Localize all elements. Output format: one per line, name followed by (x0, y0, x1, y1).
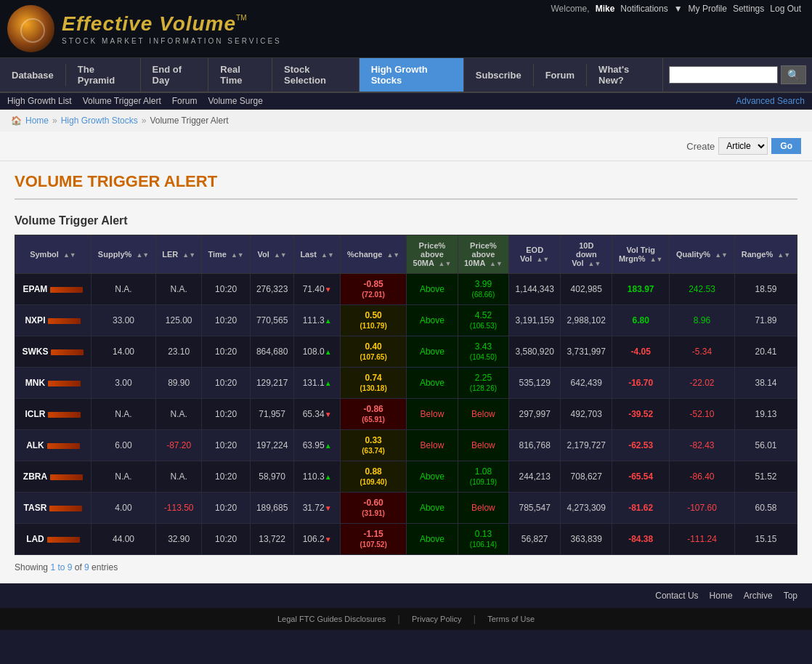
sub-nav: High Growth List Volume Trigger Alert Fo… (0, 93, 812, 110)
header: Effective Volume TM STOCK MARKET INFORMA… (0, 0, 812, 58)
logout-link[interactable]: Log Out (770, 4, 801, 14)
footer-privacy[interactable]: Privacy Policy (412, 615, 461, 623)
th-vol[interactable]: Vol ▲▼ (250, 235, 293, 274)
subnav-high-growth-list[interactable]: High Growth List (7, 96, 72, 106)
table-container: Symbol ▲▼ Supply% ▲▼ LER ▲▼ Time ▲▼ Vol … (15, 235, 797, 555)
table-row: MNK3.0089.9010:20129,217131.1▲0.74(130.1… (15, 368, 797, 399)
nav-real-time[interactable]: Real Time (208, 58, 272, 92)
th-supply[interactable]: Supply% ▲▼ (91, 235, 155, 274)
th-pchange[interactable]: %change ▲▼ (341, 235, 407, 274)
th-eodvol[interactable]: EODVol ▲▼ (509, 235, 561, 274)
footer-main: Contact Us Home Archive Top (0, 583, 812, 608)
search-input[interactable] (669, 66, 778, 84)
data-table: Symbol ▲▼ Supply% ▲▼ LER ▲▼ Time ▲▼ Vol … (15, 235, 797, 555)
table-row: LAD44.0032.9010:2013,722106.2▼-1.15(107.… (15, 524, 797, 555)
breadcrumb-sep1: » (52, 116, 57, 126)
footer-sep2: | (474, 614, 476, 624)
footer-sep1: | (397, 614, 399, 624)
search-button[interactable]: 🔍 (781, 65, 806, 84)
nav-subscribe[interactable]: Subscribe (464, 64, 534, 86)
table-row: TASR4.00-113.5010:20189,68531.72▼-0.60(3… (15, 493, 797, 524)
footer-links: Legal FTC Guides Disclosures | Privacy P… (0, 608, 812, 630)
footer-legal[interactable]: Legal FTC Guides Disclosures (277, 615, 386, 623)
subnav-forum[interactable]: Forum (172, 96, 198, 106)
th-tendown[interactable]: 10DdownVol ▲▼ (561, 235, 612, 274)
th-price50ma[interactable]: Price%above50MA ▲▼ (407, 235, 458, 274)
th-quality[interactable]: Quality% ▲▼ (670, 235, 735, 274)
breadcrumb-sep2: » (142, 116, 147, 126)
th-symbol[interactable]: Symbol ▲▼ (15, 235, 92, 274)
footer-archive[interactable]: Archive (744, 591, 773, 601)
logo-text: Effective Volume TM STOCK MARKET INFORMA… (62, 12, 282, 45)
advanced-search-link[interactable]: Advanced Search (736, 96, 805, 106)
entries-total: 9 (84, 562, 89, 572)
th-voltrig[interactable]: Vol TrigMrgn% ▲▼ (612, 235, 670, 274)
table-row: SWKS14.0023.1010:20864,680108.0▲0.40(107… (15, 336, 797, 368)
breadcrumb-section[interactable]: High Growth Stocks (61, 116, 138, 126)
subnav-volume-trigger-alert[interactable]: Volume Trigger Alert (83, 96, 161, 106)
page-title: VOLUME TRIGGER ALERT (15, 172, 797, 200)
nav-pyramid[interactable]: The Pyramid (66, 58, 141, 92)
th-last[interactable]: Last ▲▼ (294, 235, 341, 274)
th-price10ma[interactable]: Price%above10MA ▲▼ (458, 235, 508, 274)
entries-range: 1 to 9 (50, 562, 72, 572)
user-name: Mike (596, 4, 615, 14)
subnav-volume-surge[interactable]: Volume Surge (208, 96, 262, 106)
table-body: EPAMN.A.N.A.10:20276,32371.40▼-0.85(72.0… (15, 274, 797, 555)
th-ler[interactable]: LER ▲▼ (156, 235, 202, 274)
logo-sub: STOCK MARKET INFORMATION SERVICES (62, 37, 282, 45)
breadcrumb: 🏠 Home » High Growth Stocks » Volume Tri… (0, 110, 812, 131)
table-row: NXPI33.00125.0010:20770,565111.3▲0.50(11… (15, 305, 797, 336)
nav-high-growth-stocks[interactable]: High Growth Stocks (360, 58, 464, 92)
entries-info: Showing 1 to 9 of 9 entries (15, 562, 797, 572)
breadcrumb-current: Volume Trigger Alert (150, 116, 228, 126)
create-go-button[interactable]: Go (771, 138, 801, 154)
nav-whats-new[interactable]: What's New? (587, 58, 663, 92)
nav-end-of-day[interactable]: End of Day (141, 58, 209, 92)
logo-main: Effective Volume (62, 12, 236, 36)
notifications-link[interactable]: Notifications (620, 4, 667, 14)
logo-tm: TM (236, 14, 246, 22)
nav-forum[interactable]: Forum (534, 64, 587, 86)
footer-contact[interactable]: Contact Us (655, 591, 698, 601)
home-icon: 🏠 (11, 116, 22, 126)
settings-link[interactable]: Settings (733, 4, 764, 14)
table-row: EPAMN.A.N.A.10:20276,32371.40▼-0.85(72.0… (15, 274, 797, 305)
main-nav: Database The Pyramid End of Day Real Tim… (0, 58, 812, 93)
nav-database[interactable]: Database (0, 64, 66, 86)
logo-image (7, 5, 54, 52)
sub-nav-links: High Growth List Volume Trigger Alert Fo… (7, 96, 263, 106)
table-header-row: Symbol ▲▼ Supply% ▲▼ LER ▲▼ Time ▲▼ Vol … (15, 235, 797, 274)
footer-home[interactable]: Home (710, 591, 733, 601)
create-bar: Create Article Go (0, 131, 812, 161)
table-row: ZBRAN.A.N.A.10:2058,970110.3▲0.88(109.40… (15, 461, 797, 493)
table-row: ICLRN.A.N.A.10:2071,95765.34▼-0.86(65.91… (15, 399, 797, 430)
content: VOLUME TRIGGER ALERT Volume Trigger Aler… (0, 161, 812, 583)
welcome-text: Welcome, (551, 4, 590, 14)
profile-link[interactable]: My Profile (689, 4, 727, 14)
nav-search-area: 🔍 (663, 62, 812, 87)
section-title: Volume Trigger Alert (15, 214, 797, 227)
notifications-arrow: ▼ (674, 4, 683, 14)
logo-area: Effective Volume TM STOCK MARKET INFORMA… (0, 5, 282, 52)
footer-terms[interactable]: Terms of Use (487, 615, 535, 623)
footer-top[interactable]: Top (784, 591, 797, 601)
nav-stock-selection[interactable]: Stock Selection (272, 58, 360, 92)
table-row: ALK6.00-87.2010:20197,22463.95▲0.33(63.7… (15, 430, 797, 461)
user-nav: Welcome, Mike Notifications ▼ My Profile… (551, 0, 813, 14)
th-time[interactable]: Time ▲▼ (202, 235, 251, 274)
th-range[interactable]: Range% ▲▼ (734, 235, 797, 274)
create-select[interactable]: Article (718, 137, 768, 155)
create-label: Create (686, 141, 715, 152)
breadcrumb-home[interactable]: Home (25, 116, 49, 126)
